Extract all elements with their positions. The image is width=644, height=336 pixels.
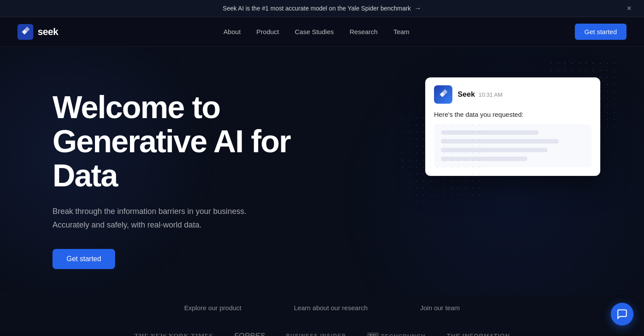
- navigation: seek About Product Case Studies Research…: [0, 17, 644, 47]
- chat-card: Seek 10:31 AM Here's the data you reques…: [425, 77, 600, 176]
- banner-close-button[interactable]: ×: [623, 2, 635, 14]
- announcement-banner: Seek AI is the #1 most accurate model on…: [0, 0, 644, 17]
- nav-get-started-button[interactable]: Get started: [575, 24, 626, 40]
- logo-icon: [18, 24, 33, 40]
- nav-link-product[interactable]: Product: [256, 28, 279, 35]
- data-line-1: [441, 130, 539, 135]
- nav-item-about[interactable]: About: [224, 28, 241, 36]
- hero-visual: Seek 10:31 AM Here's the data you reques…: [425, 77, 600, 176]
- nav-links: About Product Case Studies Research Team: [224, 28, 410, 36]
- hero-section: Welcome to Generative AI for Data Break …: [0, 47, 644, 295]
- nav-link-case-studies[interactable]: Case Studies: [295, 28, 334, 35]
- hero-title: Welcome to Generative AI for Data: [52, 91, 290, 192]
- chat-time: 10:31 AM: [479, 91, 503, 98]
- press-logo-the-information: The Information: [446, 332, 510, 336]
- seek-avatar: [434, 85, 452, 104]
- bottom-links-section: Explore our product Learn about our rese…: [0, 295, 644, 325]
- learn-research-link[interactable]: Learn about our research: [294, 304, 368, 312]
- chat-widget-icon: [616, 308, 628, 320]
- hero-subtitle-line1: Break through the information barriers i…: [52, 207, 246, 216]
- tc-badge: TC: [367, 332, 379, 336]
- hero-content: Welcome to Generative AI for Data Break …: [52, 82, 290, 269]
- nav-item-team[interactable]: Team: [393, 28, 410, 36]
- explore-product-link[interactable]: Explore our product: [184, 304, 242, 312]
- seek-logo-icon: [438, 89, 449, 100]
- nav-item-product[interactable]: Product: [256, 28, 279, 36]
- banner-text: Seek AI is the #1 most accurate model on…: [223, 5, 411, 12]
- chat-header-info: Seek 10:31 AM: [458, 90, 503, 99]
- data-line-3: [441, 148, 547, 152]
- nav-link-about[interactable]: About: [224, 28, 241, 35]
- press-logo-forbes: Forbes: [234, 332, 265, 336]
- hero-title-line2: Generative AI for: [52, 124, 290, 159]
- press-logo-techcrunch: TC TechCrunch: [367, 332, 425, 336]
- join-team-link[interactable]: Join our team: [420, 304, 460, 312]
- chat-data-preview: [434, 124, 592, 167]
- logo[interactable]: seek: [18, 24, 58, 40]
- press-logo-nyt: The New York Times: [134, 332, 213, 336]
- nav-item-case-studies[interactable]: Case Studies: [295, 28, 334, 36]
- logo-text: seek: [38, 26, 58, 38]
- hero-title-line1: Welcome to: [52, 90, 220, 125]
- nav-link-team[interactable]: Team: [393, 28, 410, 35]
- nav-link-research[interactable]: Research: [350, 28, 378, 35]
- banner-arrow: →: [414, 4, 421, 12]
- chat-card-header: Seek 10:31 AM: [434, 85, 592, 104]
- hero-get-started-button[interactable]: Get started: [52, 249, 115, 269]
- hero-subtitle-line2: Accurately and safely, with real-world d…: [52, 220, 202, 229]
- tc-text: TechCrunch: [381, 333, 426, 336]
- press-logos-section: The New York Times Forbes BUSINESS INSID…: [0, 325, 644, 336]
- chat-widget-button[interactable]: [611, 303, 634, 326]
- hero-subtitle: Break through the information barriers i…: [52, 205, 290, 231]
- nav-item-research[interactable]: Research: [350, 28, 378, 36]
- hero-title-line3: Data: [52, 158, 117, 193]
- banner-content: Seek AI is the #1 most accurate model on…: [223, 4, 421, 12]
- chat-brand: Seek 10:31 AM: [458, 90, 503, 99]
- data-line-2: [441, 139, 559, 144]
- chat-brand-name: Seek: [458, 90, 475, 99]
- press-logo-business-insider: BUSINESS INSIDER: [286, 333, 346, 336]
- chat-message: Here's the data you requested:: [434, 111, 592, 118]
- data-line-4: [441, 157, 527, 161]
